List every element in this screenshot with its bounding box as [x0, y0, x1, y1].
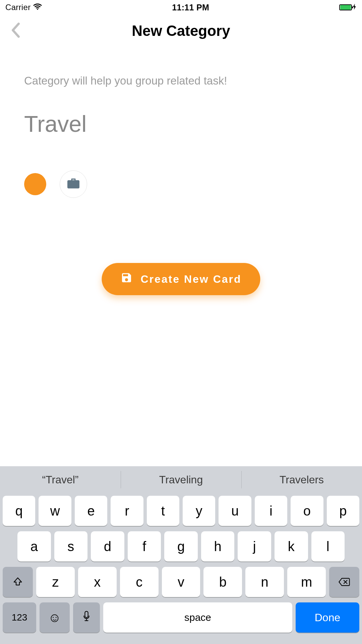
key-l[interactable]: l — [311, 531, 345, 561]
keyboard-row-1: q w e r t y u i o p — [3, 496, 359, 526]
key-z[interactable]: z — [36, 567, 75, 597]
back-button[interactable] — [11, 22, 20, 39]
key-space[interactable]: space — [103, 602, 292, 633]
key-dictation[interactable] — [73, 602, 100, 633]
create-card-label: Create New Card — [140, 273, 241, 285]
key-v[interactable]: v — [162, 567, 200, 597]
key-n[interactable]: n — [245, 567, 284, 597]
key-done[interactable]: Done — [296, 602, 359, 633]
keyboard-row-3: z x c v b n m — [3, 567, 359, 597]
nav-bar: New Category — [0, 15, 362, 47]
helper-text: Category will help you group related tas… — [24, 74, 338, 87]
key-a[interactable]: a — [17, 531, 51, 561]
key-emoji[interactable]: ☺ — [40, 602, 70, 633]
keyboard-row-4: 123 ☺ space Done — [3, 602, 359, 633]
key-e[interactable]: e — [75, 496, 107, 526]
key-f[interactable]: f — [128, 531, 161, 561]
shift-icon — [13, 575, 23, 590]
key-o[interactable]: o — [291, 496, 323, 526]
keyboard-suggestion[interactable]: Traveling — [121, 466, 241, 493]
carrier-label: Carrier — [5, 3, 31, 12]
content-area: Category will help you group related tas… — [0, 74, 362, 198]
icon-picker-chip[interactable] — [60, 170, 87, 198]
status-right — [339, 4, 357, 11]
keyboard-suggestion[interactable]: Travelers — [241, 466, 362, 493]
key-t[interactable]: t — [147, 496, 179, 526]
key-numbers[interactable]: 123 — [3, 602, 36, 633]
key-c[interactable]: c — [120, 567, 159, 597]
key-i[interactable]: i — [255, 496, 287, 526]
status-left: Carrier — [5, 3, 42, 12]
briefcase-icon — [67, 177, 80, 191]
clock-label: 11:11 PM — [172, 3, 209, 12]
on-screen-keyboard: “Travel” Traveling Travelers q w e r t y… — [0, 466, 362, 644]
keyboard-row-2: a s d f g h j k l — [3, 531, 359, 561]
save-icon — [120, 272, 132, 286]
key-b[interactable]: b — [203, 567, 242, 597]
key-shift[interactable] — [3, 567, 33, 597]
key-q[interactable]: q — [3, 496, 35, 526]
key-k[interactable]: k — [275, 531, 308, 561]
key-w[interactable]: w — [39, 496, 71, 526]
key-d[interactable]: d — [91, 531, 124, 561]
emoji-icon: ☺ — [48, 610, 61, 625]
key-y[interactable]: y — [183, 496, 215, 526]
microphone-icon — [83, 610, 90, 625]
key-m[interactable]: m — [287, 567, 326, 597]
key-j[interactable]: j — [238, 531, 271, 561]
key-backspace[interactable] — [329, 567, 359, 597]
key-x[interactable]: x — [78, 567, 117, 597]
key-u[interactable]: u — [219, 496, 251, 526]
status-bar: Carrier 11:11 PM — [0, 0, 362, 15]
key-p[interactable]: p — [327, 496, 359, 526]
keyboard-suggestion[interactable]: “Travel” — [0, 466, 121, 493]
create-card-button[interactable]: Create New Card — [102, 263, 260, 295]
backspace-icon — [338, 575, 350, 590]
page-title: New Category — [132, 22, 230, 39]
battery-icon — [339, 4, 352, 10]
charging-icon — [353, 4, 357, 11]
color-picker-swatch[interactable] — [24, 173, 46, 195]
keyboard-suggestion-bar: “Travel” Traveling Travelers — [0, 466, 362, 493]
key-s[interactable]: s — [54, 531, 88, 561]
key-h[interactable]: h — [201, 531, 235, 561]
attribute-chips — [24, 170, 338, 198]
key-r[interactable]: r — [111, 496, 143, 526]
category-name-input[interactable] — [24, 111, 338, 137]
wifi-icon — [33, 3, 42, 12]
key-g[interactable]: g — [164, 531, 198, 561]
